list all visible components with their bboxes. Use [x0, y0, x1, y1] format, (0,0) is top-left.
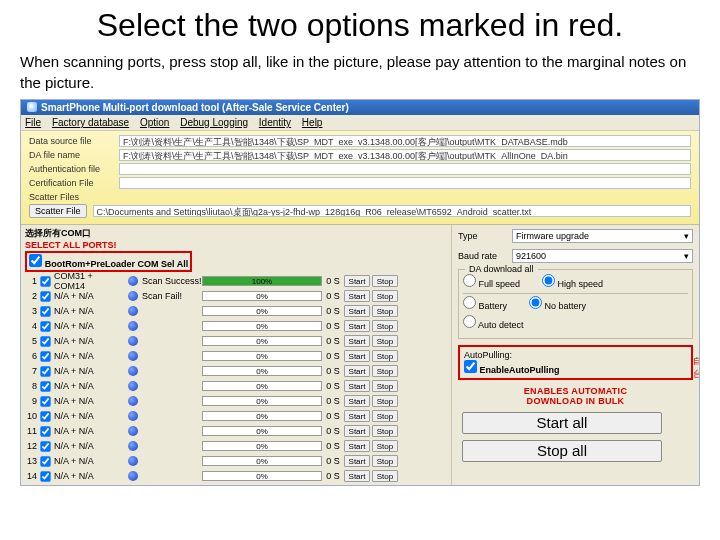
auto-detect-radio[interactable]: Auto detect: [463, 315, 524, 330]
autopull-checkbox[interactable]: [464, 360, 477, 373]
page-title: Select the two options marked in red.: [0, 6, 720, 44]
port-checkbox[interactable]: [40, 411, 50, 421]
port-checkbox[interactable]: [40, 366, 50, 376]
status-dot-icon: [128, 381, 138, 391]
port-checkbox[interactable]: [40, 456, 50, 466]
port-stop-button[interactable]: Stop: [372, 470, 398, 482]
port-stop-button[interactable]: Stop: [372, 380, 398, 392]
autopull-checkbox-label[interactable]: EnableAutoPulling: [464, 365, 560, 375]
port-time: 0 S: [324, 321, 342, 331]
port-stop-button[interactable]: Stop: [372, 335, 398, 347]
port-row: 5N/A + N/A0%0 SStartStop: [25, 334, 447, 349]
port-checkbox[interactable]: [40, 471, 50, 481]
scatter-group-label: Scatter Files: [29, 192, 119, 202]
menu-debug[interactable]: Debug Logging: [180, 117, 248, 128]
port-start-button[interactable]: Start: [344, 380, 370, 392]
port-stop-button[interactable]: Stop: [372, 365, 398, 377]
port-name: N/A + N/A: [54, 396, 126, 406]
port-start-button[interactable]: Start: [344, 455, 370, 467]
port-progress: 0%: [202, 306, 322, 316]
port-checkbox[interactable]: [40, 351, 50, 361]
scatter-button[interactable]: Scatter File: [29, 204, 87, 218]
port-number: 5: [25, 336, 37, 346]
port-start-button[interactable]: Start: [344, 335, 370, 347]
port-progress: 0%: [202, 471, 322, 481]
chevron-down-icon: ▾: [684, 231, 689, 241]
no-battery-radio[interactable]: No battery: [529, 296, 586, 311]
port-time: 0 S: [324, 456, 342, 466]
page-subtitle: When scanning ports, press stop all, lik…: [20, 52, 700, 93]
select-all-redbox: BootRom+PreLoader COM Sel All: [25, 251, 192, 272]
da-download-group: DA download all Full speed High speed Ba…: [458, 269, 693, 339]
port-progress: 0%: [202, 321, 322, 331]
port-status: Scan Success!: [142, 276, 200, 286]
port-start-button[interactable]: Start: [344, 395, 370, 407]
port-stop-button[interactable]: Stop: [372, 290, 398, 302]
cert-input[interactable]: [119, 177, 691, 189]
type-select[interactable]: Firmware upgrade ▾: [512, 229, 693, 243]
port-stop-button[interactable]: Stop: [372, 275, 398, 287]
port-name: COM31 + COM14: [54, 271, 126, 291]
port-start-button[interactable]: Start: [344, 440, 370, 452]
port-checkbox[interactable]: [40, 441, 50, 451]
port-checkbox[interactable]: [40, 321, 50, 331]
status-dot-icon: [128, 441, 138, 451]
port-start-button[interactable]: Start: [344, 305, 370, 317]
port-time: 0 S: [324, 381, 342, 391]
da-file-input[interactable]: F:\刘涛\资料\生产\生产工具\智能\1348\下载\SP_MDT_exe_v…: [119, 149, 691, 161]
port-checkbox[interactable]: [40, 381, 50, 391]
port-checkbox[interactable]: [40, 396, 50, 406]
port-number: 12: [25, 441, 37, 451]
stop-all-button[interactable]: Stop all: [462, 440, 662, 462]
baud-select[interactable]: 921600 ▾: [512, 249, 693, 263]
port-stop-button[interactable]: Stop: [372, 425, 398, 437]
port-start-button[interactable]: Start: [344, 365, 370, 377]
port-stop-button[interactable]: Stop: [372, 395, 398, 407]
port-checkbox[interactable]: [40, 336, 50, 346]
port-name: N/A + N/A: [54, 306, 126, 316]
port-row: 14N/A + N/A0%0 SStartStop: [25, 469, 447, 484]
port-row: 7N/A + N/A0%0 SStartStop: [25, 364, 447, 379]
port-stop-button[interactable]: Stop: [372, 350, 398, 362]
port-checkbox[interactable]: [40, 426, 50, 436]
port-start-button[interactable]: Start: [344, 410, 370, 422]
port-progress: 0%: [202, 366, 322, 376]
data-source-input[interactable]: F:\刘涛\资料\生产\生产工具\智能\1348\下载\SP_MDT_exe_v…: [119, 135, 691, 147]
menubar: File Factory database Option Debug Loggi…: [21, 115, 699, 131]
port-name: N/A + N/A: [54, 426, 126, 436]
port-start-button[interactable]: Start: [344, 470, 370, 482]
port-stop-button[interactable]: Stop: [372, 305, 398, 317]
high-speed-radio[interactable]: High speed: [542, 274, 603, 289]
port-start-button[interactable]: Start: [344, 320, 370, 332]
port-stop-button[interactable]: Stop: [372, 320, 398, 332]
autopull-redbox: AutoPulling: EnableAutoPulling 自动下载下一台: [458, 345, 693, 380]
file-panel: Data source file F:\刘涛\资料\生产\生产工具\智能\134…: [21, 131, 699, 225]
port-name: N/A + N/A: [54, 441, 126, 451]
port-stop-button[interactable]: Stop: [372, 455, 398, 467]
menu-identity[interactable]: Identity: [259, 117, 291, 128]
port-row: 10N/A + N/A0%0 SStartStop: [25, 409, 447, 424]
menu-help[interactable]: Help: [302, 117, 323, 128]
scatter-input[interactable]: C:\Documents and Settings\liutao\桌面\g2a-…: [93, 205, 691, 217]
status-dot-icon: [128, 426, 138, 436]
select-all-checkbox[interactable]: [29, 254, 42, 267]
port-time: 0 S: [324, 306, 342, 316]
menu-file[interactable]: File: [25, 117, 41, 128]
port-stop-button[interactable]: Stop: [372, 440, 398, 452]
port-start-button[interactable]: Start: [344, 290, 370, 302]
port-checkbox[interactable]: [40, 291, 50, 301]
port-checkbox[interactable]: [40, 306, 50, 316]
menu-factory[interactable]: Factory database: [52, 117, 129, 128]
port-start-button[interactable]: Start: [344, 275, 370, 287]
port-stop-button[interactable]: Stop: [372, 410, 398, 422]
menu-option[interactable]: Option: [140, 117, 169, 128]
auth-input[interactable]: [119, 163, 691, 175]
port-start-button[interactable]: Start: [344, 350, 370, 362]
full-speed-radio[interactable]: Full speed: [463, 274, 520, 289]
port-checkbox[interactable]: [40, 276, 50, 286]
port-start-button[interactable]: Start: [344, 425, 370, 437]
battery-radio[interactable]: Battery: [463, 296, 507, 311]
port-progress: 0%: [202, 396, 322, 406]
port-time: 0 S: [324, 396, 342, 406]
start-all-button[interactable]: Start all: [462, 412, 662, 434]
